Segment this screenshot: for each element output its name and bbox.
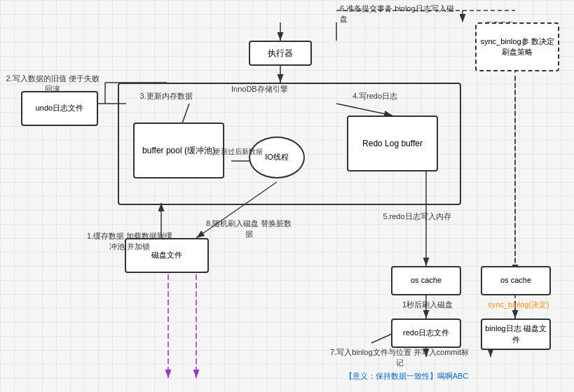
step6-binlog-label: 6.准备提交事务 binlog日志写入磁盘 (340, 4, 459, 25)
os-cache-binlog-label: os cache (500, 275, 531, 286)
io-thread-box: IO线程 (249, 136, 305, 178)
executor-box: 执行器 (249, 41, 312, 66)
step3b-label: 更新过后新数据 (203, 147, 273, 157)
binlog-disk-box: binlog日志 磁盘文件 (481, 318, 551, 350)
undo-log-box: undo日志文件 (21, 91, 98, 126)
redo-log-file-label: redo日志文件 (403, 328, 449, 338)
step7-binlog-label: 7.写入binlog文件与位置 并写入commit标记 (329, 347, 470, 369)
os-cache-redo-label: os cache (411, 275, 442, 286)
sync-binlog-box: sync_binlog参 数决定刷盘策略 (475, 22, 559, 71)
sync-binlog-decide-label: sync_binlog(决定) (480, 300, 557, 310)
executor-label: 执行器 (268, 48, 293, 59)
step-1s-label: 1秒后刷入磁盘 (389, 300, 466, 310)
sync-binlog-label: sync_binlog参 数决定刷盘策略 (477, 36, 558, 58)
step2-undo-label: 2.写入数据的旧值 便于失败回滚 (4, 74, 102, 95)
meaning-label: 【意义：保持数据一致性】喝啊ABC (301, 371, 512, 382)
os-cache-redo-box: os cache (391, 266, 461, 295)
undo-log-label: undo日志文件 (36, 103, 83, 113)
step8-flush-label: 8.随机刷入磁盘 替换脏数据 (203, 218, 294, 240)
redo-log-buffer-box: Redo Log buffer (347, 115, 438, 172)
step1-cache-label: 1.缓存数据 加载数据到缓冲池 并加锁 (84, 231, 175, 253)
step5-redo-mem-label: 5.redo日志写入内存 (371, 211, 463, 222)
os-cache-binlog-box: os cache (481, 266, 551, 295)
diagram-container: 执行器 sync_binlog参 数决定刷盘策略 InnoDB存储引擎 buff… (0, 0, 574, 392)
binlog-disk-label: binlog日志 磁盘文件 (482, 323, 549, 345)
step3-update-label: 3.更新内存数据 (128, 91, 205, 102)
step4-redo-label: 4.写redo日志 (343, 91, 406, 102)
redo-log-buffer-label: Redo Log buffer (362, 138, 423, 150)
innodb-label: InnoDB存储引擎 (231, 84, 288, 94)
redo-log-file-box: redo日志文件 (391, 318, 461, 348)
